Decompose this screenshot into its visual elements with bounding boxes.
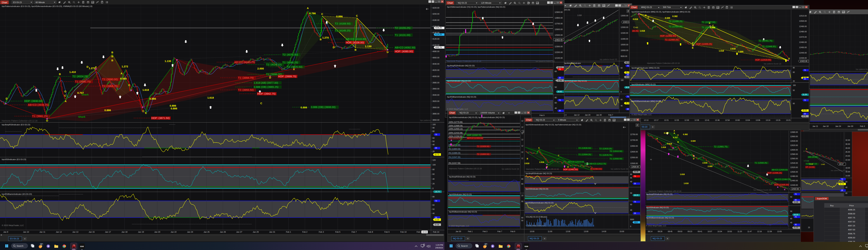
svg-text:hpcRSIBammIndicator (ES 03-23): hpcRSIBammIndicator (ES 03-23): [2, 193, 32, 195]
svg-text:4092.75: 4092.75: [435, 46, 442, 49]
svg-text:NQ 03-23: NQ 03-23: [653, 237, 662, 240]
svg-text:0.886: 0.886: [710, 26, 715, 29]
svg-text:12700.00: 12700.00: [555, 23, 563, 25]
svg-text:Feb 14: Feb 14: [433, 231, 439, 233]
svg-text:Jan 30: Jan 30: [847, 125, 853, 127]
svg-text:T2: (4155.25): T2: (4155.25): [395, 26, 410, 29]
svg-text:0.786: 0.786: [309, 12, 316, 15]
svg-text:120 Minute: 120 Minute: [481, 2, 492, 4]
svg-text:+: +: [652, 126, 653, 128]
svg-text:hpc patterns found: [4]: hpc patterns found: [4]: [502, 168, 519, 170]
svg-text:11:20: 11:20: [738, 230, 742, 232]
svg-text:49.44: 49.44: [625, 102, 630, 104]
svg-text:Feb 7: Feb 7: [351, 231, 356, 233]
svg-text:80: 80: [432, 130, 435, 132]
svg-text:B: B: [355, 48, 356, 51]
svg-text:B: B: [677, 141, 679, 143]
svg-text:Feb 3: Feb 3: [483, 230, 488, 232]
svg-text:60: 60: [521, 217, 523, 219]
svg-text:10.73: 10.73: [435, 154, 439, 156]
svg-text:12900.00: 12900.00: [555, 11, 563, 13]
svg-text:60: 60: [555, 102, 557, 104]
svg-text:60: 60: [521, 183, 523, 185]
svg-text:10:00: 10:00: [530, 230, 534, 232]
svg-text:X: X: [656, 137, 658, 139]
svg-text:3900.00: 3900.00: [432, 106, 439, 108]
svg-text:+: +: [544, 237, 545, 240]
svg-text:70: 70: [634, 175, 636, 177]
svg-text:13000.00: 13000.00: [621, 14, 628, 17]
svg-text:12:54: 12:54: [725, 119, 730, 121]
svg-text:60: 60: [621, 67, 623, 69]
svg-text:60: 60: [432, 173, 435, 175]
svg-text:0.382: 0.382: [683, 133, 688, 135]
svg-text:T2: (4026.25): T2: (4026.25): [266, 63, 282, 66]
svg-text:Feb 3: Feb 3: [319, 231, 324, 233]
svg-text:1.618: 1.618: [809, 163, 813, 165]
svg-text:OP: (14.93): OP: (14.93): [806, 166, 814, 168]
svg-text:HOP: (12419.00): HOP: (12419.00): [755, 59, 771, 61]
svg-text:hpcRSIBammIndicator (NQ 03-23): hpcRSIBammIndicator (NQ 03-23): [447, 96, 476, 98]
svg-text:SuperDOM: SuperDOM: [817, 197, 827, 200]
svg-text:HOP: (3871.50): HOP: (3871.50): [151, 117, 169, 120]
svg-text:C: C: [128, 84, 130, 87]
svg-text:30: 30: [627, 108, 629, 110]
svg-text:2.618: 2.618: [702, 162, 707, 164]
svg-text:T1: (12489.25): T1: (12489.25): [669, 25, 682, 28]
svg-text:D (12464.50): D (12464.50): [591, 168, 602, 170]
svg-text:12750.00: 12750.00: [630, 133, 638, 135]
svg-text:120% (12555.13): 120% (12555.13): [448, 128, 463, 130]
svg-text:hpcHSIIndicator (ES 03-23): hpcHSIIndicator (ES 03-23): [2, 158, 26, 160]
svg-text:70: 70: [627, 65, 629, 67]
svg-text:12: 12: [521, 132, 523, 134]
svg-text:sse: sse: [80, 245, 84, 248]
svg-text:12520.00: 12520.00: [790, 166, 798, 168]
svg-text:NQ 03-23: NQ 03-23: [460, 112, 469, 114]
svg-text:3880.00: 3880.00: [432, 113, 439, 115]
svg-text:hpc patterns found: [9]: hpc patterns found: [9]: [611, 168, 628, 170]
svg-text:hpcRSIBammIndicator (NQ 03-23): hpcRSIBammIndicator (NQ 03-23): [449, 211, 477, 213]
svg-text:50: 50: [793, 89, 795, 91]
svg-text:70: 70: [804, 99, 806, 101]
svg-text:19.57: 19.57: [839, 163, 843, 165]
svg-text:1.130: 1.130: [164, 60, 171, 62]
svg-text:Jan 12: Jan 12: [56, 231, 62, 233]
svg-text:A: A: [65, 100, 67, 103]
svg-text:12:41: 12:41: [705, 119, 709, 121]
svg-text:T1: (3881.25): T1: (3881.25): [32, 115, 48, 118]
svg-text:D: D: [693, 158, 694, 160]
svg-text:0.618: 0.618: [667, 143, 672, 145]
svg-text:09:23: 09:23: [688, 230, 692, 232]
svg-text:4200.00: 4200.00: [432, 13, 439, 15]
svg-text:Harmonic Pattern Collection v2: Harmonic Pattern Collection v20.12.16: [649, 190, 681, 192]
svg-text:1.618: 1.618: [207, 96, 214, 99]
svg-text:1.272: 1.272: [122, 65, 128, 68]
svg-text:hpcAmpRSIIndicator (MNQ 03-23): hpcAmpRSIIndicator (MNQ 03-23): [631, 67, 659, 69]
svg-text:Feb 3: Feb 3: [860, 125, 865, 127]
svg-text:09:03: 09:03: [678, 230, 682, 232]
svg-text:D: D: [87, 65, 89, 68]
svg-text:C: C: [143, 110, 145, 112]
svg-text:Jan 11: Jan 11: [812, 125, 818, 127]
svg-text:13:05: 13:05: [777, 230, 782, 232]
svg-text:D: D: [6, 97, 8, 100]
svg-text:4020.00: 4020.00: [432, 69, 439, 71]
svg-text:60: 60: [621, 99, 623, 100]
svg-text:30: 30: [559, 77, 561, 79]
svg-text:4120.00: 4120.00: [432, 38, 439, 40]
svg-text:20: 20: [432, 183, 435, 185]
svg-text:T2: (3968.75): T2: (3968.75): [102, 85, 118, 88]
svg-text:A: A: [307, 7, 309, 9]
svg-text:10:07: 10:07: [708, 230, 712, 232]
svg-text:T2: (12661.75): T2: (12661.75): [714, 146, 727, 148]
svg-text:A: A: [121, 72, 123, 75]
svg-text:A: A: [674, 130, 675, 132]
svg-text:30: 30: [795, 224, 797, 225]
svg-text:HOP: (12455.25): HOP: (12455.25): [696, 43, 712, 45]
svg-text:60: 60: [432, 204, 435, 206]
svg-text:12470.00: 12470.00: [799, 36, 807, 38]
svg-text:hpcHSIArrowsIndicator (MNQ 03-: hpcHSIArrowsIndicator (MNQ 03-23), hpcPa…: [631, 11, 690, 13]
svg-text:3860.00: 3860.00: [432, 119, 439, 121]
svg-text:T2: (12497.50): T2: (12497.50): [702, 21, 715, 24]
svg-text:T2: (12636.50): T2: (12636.50): [579, 147, 591, 149]
